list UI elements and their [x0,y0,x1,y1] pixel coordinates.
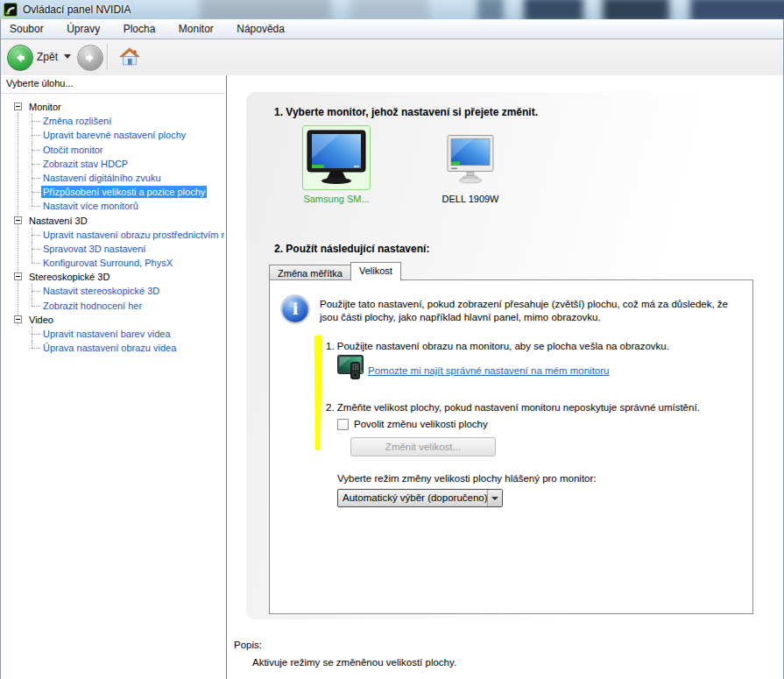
tree-item-nastavit-stereo[interactable]: Nastavit stereoskopické 3D [0,284,225,298]
back-button-label: Zpět [37,51,58,63]
enable-resize-checkbox[interactable] [337,419,349,430]
monitor-icon [306,130,367,186]
forward-arrow-icon [83,51,97,65]
monitor-selected-frame [302,125,371,190]
tab-strip: Změna měřítkaVelikost [269,262,401,280]
glass-reflection [200,0,331,19]
glass-reflection [477,0,504,19]
nvidia-control-panel-window: Ovládací panel NVIDIA Soubor Úpravy Ploc… [0,0,784,679]
monitor-label-samsung: Samsung SM... [299,194,374,204]
tree-item-upravit-barevne[interactable]: Upravit barevné nastavení plochy [0,128,225,142]
home-icon [119,47,140,67]
tree-item-hodnoceni-her[interactable]: Zobrazit hodnocení her [0,299,225,313]
info-icon [282,296,308,322]
tree-item-barvy-videa[interactable]: Upravit nastavení barev videa [0,327,225,341]
settings-panel: 1. Vyberte monitor, jehož nastavení si p… [246,92,773,619]
tree-item-stereoskopicke-3d[interactable]: Stereoskopické 3D [0,270,225,284]
glass-reflection [690,0,784,19]
tree-item-digitalni-zvuk[interactable]: Nastavení digitálního zvuku [0,171,225,185]
window-title: Ovládací panel NVIDIA [23,0,131,19]
tab-velikost[interactable]: Velikost [350,262,401,281]
glass-reflection [524,0,583,19]
window-left-edge [0,19,1,679]
tree-item-spravovat-3d[interactable]: Spravovat 3D nastavení [0,242,225,256]
description-text: Aktivuje režimy se změněnou velikostí pl… [252,657,456,668]
tree-item-konfigurovat-surround[interactable]: Konfigurovat Surround, PhysX [0,256,225,270]
tree-collapse-minus-box-icon[interactable] [14,315,22,323]
menu-upravy[interactable]: Úpravy [57,19,109,35]
monitor-item-dell[interactable]: DELL 1909W [420,125,521,204]
enable-resize-checkbox-label[interactable]: Povolit změnu velikosti plochy [354,419,488,429]
tree-collapse-minus-box-icon[interactable] [14,103,22,110]
monitor-label-dell: DELL 1909W [420,194,521,204]
menu-plocha[interactable]: Plocha [114,19,166,35]
sidebar-header: Vyberte úlohu... [6,78,74,88]
toolbar-separator [107,44,108,70]
tree-item-otocit-monitor[interactable]: Otočit monitor [0,143,225,157]
navigation-toolbar: Zpět [0,39,784,76]
back-history-chevron-down-icon[interactable] [64,54,71,59]
instruction-item-2: 2. Změňte velikost plochy, pokud nastave… [326,402,700,413]
tree-item-zobrazit-hdcp[interactable]: Zobrazit stav HDCP [0,157,225,171]
forward-button[interactable] [77,45,103,71]
resize-mode-combobox[interactable]: Automatický výběr (doporučeno) [337,489,503,507]
step1-heading: 1. Vyberte monitor, jehož nastavení si p… [274,106,538,118]
chevron-down-icon[interactable] [487,490,502,506]
resize-mode-combobox-value: Automatický výběr (doporučeno) [343,492,488,503]
tree-item-monitor[interactable]: Monitor [0,100,225,114]
tree-item-vice-monitoru[interactable]: Nastavit více monitorů [0,199,225,213]
tree-collapse-minus-box-icon[interactable] [14,216,22,224]
back-arrow-icon [13,51,27,65]
description-label: Popis: [234,640,262,650]
home-button[interactable] [119,47,140,67]
task-tree: Monitor Změna rozlišení Upravit barevné … [0,93,225,679]
instruction-item-1: 1. Použijte nastavení obrazu na monitoru… [326,341,669,351]
yellow-highlighter-annotation [314,335,323,450]
back-button[interactable] [7,45,33,71]
tv-remote-icon [337,355,365,383]
menu-monitor[interactable]: Monitor [169,19,223,35]
task-sidebar: Vyberte úlohu... Monitor Změna rozlišení… [0,75,227,679]
title-bar: Ovládací panel NVIDIA [0,0,784,19]
nvidia-logo-icon[interactable] [4,3,18,17]
resize-mode-combo-label: Vyberte režim změny velikosti plochy hlá… [337,473,597,484]
main-content: 1. Vyberte monitor, jehož nastavení si p… [227,75,784,679]
tree-collapse-minus-box-icon[interactable] [14,272,22,280]
monitor-settings-help-link[interactable]: Pomozte mi najít správné nastavení na mé… [368,365,610,376]
tree-item-prizpusobeni-velikosti[interactable]: Přizpůsobení velikosti a pozice plochy [0,185,225,199]
size-tab-panel: Použijte tato nastavení, pokud zobrazení… [269,279,753,614]
tree-item-obraz-videa[interactable]: Úprava nastavení obrazu videa [0,341,225,355]
glass-reflection [350,0,429,19]
step2-heading: 2. Použít následující nastavení: [274,243,429,255]
menu-bar: Soubor Úpravy Plocha Monitor Nápověda [0,19,784,39]
info-text: Použijte tato nastavení, pokud zobrazení… [320,298,740,324]
change-size-button[interactable]: Změnit velikost... [350,437,496,456]
menu-soubor[interactable]: Soubor [0,19,53,35]
glass-reflection [603,0,669,19]
tree-item-zmena-rozliseni[interactable]: Změna rozlišení [0,114,225,128]
monitor-icon [420,134,521,188]
tree-item-upravit-nastaveni-obrazu[interactable]: Upravit nastavení obrazu prostřednictvím… [0,228,225,242]
monitor-item-samsung[interactable]: Samsung SM... [299,125,374,204]
tree-item-nastaveni-3d[interactable]: Nastavení 3D [0,214,225,228]
menu-napoveda[interactable]: Nápověda [227,19,294,35]
tree-item-video[interactable]: Video [0,313,225,327]
